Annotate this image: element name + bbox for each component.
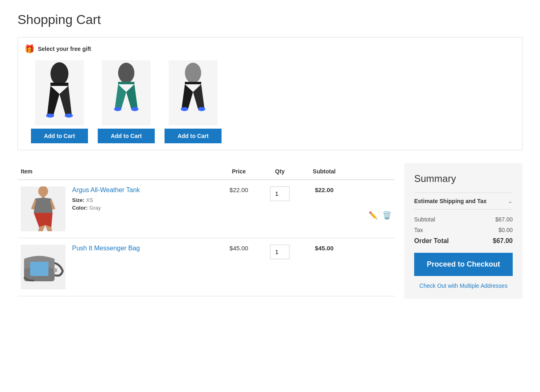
cart-row-1: Argus All-Weather Tank Size:XS Color:Gra… xyxy=(18,180,395,238)
svg-point-4 xyxy=(118,63,134,83)
svg-rect-15 xyxy=(30,262,48,276)
subtotal-row: Subtotal $67.00 xyxy=(414,216,513,223)
subtotal-value: $67.00 xyxy=(495,216,513,223)
multi-address-link[interactable]: Check Out with Multiple Addresses xyxy=(414,283,513,289)
item-image-1 xyxy=(21,186,66,231)
col-header-qty: Qty xyxy=(259,163,301,180)
tax-row: Tax $0.00 xyxy=(414,227,513,233)
cart-row-2: Push It Messenger Bag $45.00 $45.00 xyxy=(18,238,395,296)
svg-point-12 xyxy=(38,186,48,197)
gift-item-3: Add to Cart xyxy=(165,60,222,143)
svg-point-11 xyxy=(198,107,205,111)
gift-icon: 🎁 xyxy=(24,44,35,54)
col-header-item: Item xyxy=(18,163,219,180)
qty-input-2[interactable] xyxy=(270,245,290,259)
svg-rect-16 xyxy=(54,268,57,272)
gift-item-2: Add to Cart xyxy=(98,60,155,143)
bag-svg xyxy=(22,249,65,285)
svg-point-2 xyxy=(46,114,54,118)
add-to-cart-btn-1[interactable]: Add to Cart xyxy=(31,129,88,143)
add-to-cart-btn-2[interactable]: Add to Cart xyxy=(98,129,155,143)
tank-person-svg xyxy=(25,186,61,231)
main-content: Item Price Qty Subtotal xyxy=(18,163,522,299)
estimate-shipping-label: Estimate Shipping and Tax xyxy=(414,198,487,204)
order-total-label: Order Total xyxy=(414,237,449,245)
col-header-price: Price xyxy=(219,163,259,180)
edit-icon[interactable]: ✏️ xyxy=(369,211,378,220)
page-title: Shopping Cart xyxy=(18,12,522,27)
subtotal-label: Subtotal xyxy=(414,216,435,223)
svg-point-7 xyxy=(131,107,138,111)
item-price-2: $45.00 xyxy=(219,238,259,296)
item-subtotal-2: $45.00 xyxy=(301,238,347,296)
svg-point-6 xyxy=(114,107,121,111)
item-subtotal-1: $22.00 xyxy=(301,180,347,238)
add-to-cart-btn-3[interactable]: Add to Cart xyxy=(165,129,222,143)
cart-table-section: Item Price Qty Subtotal xyxy=(18,163,395,299)
tax-value: $0.00 xyxy=(498,227,513,233)
item-image-2 xyxy=(21,245,66,289)
free-gift-header: 🎁 Select your free gift xyxy=(24,44,516,54)
summary-section: Summary Estimate Shipping and Tax ⌄ Subt… xyxy=(404,163,522,299)
cart-item-cell-2: Push It Messenger Bag xyxy=(18,238,219,296)
svg-rect-5 xyxy=(118,82,134,84)
svg-point-10 xyxy=(181,107,188,111)
item-name-1[interactable]: Argus All-Weather Tank xyxy=(72,186,215,194)
item-details-2: Push It Messenger Bag xyxy=(72,245,215,255)
item-attr-size: Size:XS xyxy=(72,197,215,203)
delete-icon[interactable]: 🗑️ xyxy=(382,211,391,220)
page-container: Shopping Cart 🎁 Select your free gift xyxy=(9,0,531,311)
col-header-subtotal: Subtotal xyxy=(301,163,347,180)
item-actions-1: ✏️ 🗑️ xyxy=(348,180,395,238)
svg-rect-9 xyxy=(185,82,201,84)
item-price-1: $22.00 xyxy=(219,180,259,238)
summary-box: Summary Estimate Shipping and Tax ⌄ Subt… xyxy=(404,163,522,299)
item-details-1: Argus All-Weather Tank Size:XS Color:Gra… xyxy=(72,186,215,212)
legging-teal-svg xyxy=(106,61,147,125)
free-gift-label: Select your free gift xyxy=(38,46,91,52)
cart-table: Item Price Qty Subtotal xyxy=(18,163,395,296)
gift-item-image-2 xyxy=(102,60,151,125)
proceed-to-checkout-button[interactable]: Proceed to Checkout xyxy=(414,253,513,276)
svg-rect-1 xyxy=(50,83,68,86)
item-qty-cell-2 xyxy=(259,238,301,296)
item-attr-color: Color:Gray xyxy=(72,205,215,211)
col-header-actions xyxy=(348,163,395,180)
item-actions-2 xyxy=(348,238,395,296)
legging-black-svg xyxy=(39,61,80,125)
qty-input-1[interactable] xyxy=(270,186,290,201)
order-total-row: Order Total $67.00 xyxy=(414,237,513,245)
cart-item-cell-1: Argus All-Weather Tank Size:XS Color:Gra… xyxy=(18,180,219,238)
gift-item-1: Add to Cart xyxy=(31,60,88,143)
item-name-2[interactable]: Push It Messenger Bag xyxy=(72,245,215,252)
free-gift-section: 🎁 Select your free gift xyxy=(18,37,522,150)
free-gift-items: Add to Cart A xyxy=(24,60,516,143)
gift-item-image-3 xyxy=(169,60,217,125)
gift-item-image-1 xyxy=(35,60,84,125)
legging-black2-svg xyxy=(173,61,213,125)
svg-point-3 xyxy=(65,114,73,118)
estimate-shipping-toggle[interactable]: Estimate Shipping and Tax ⌄ xyxy=(414,193,513,210)
svg-point-8 xyxy=(185,63,201,83)
svg-point-0 xyxy=(50,62,68,85)
chevron-down-icon: ⌄ xyxy=(508,198,513,204)
order-total-value: $67.00 xyxy=(493,237,513,245)
summary-title: Summary xyxy=(414,173,513,184)
tax-label: Tax xyxy=(414,227,423,233)
item-qty-cell-1 xyxy=(259,180,301,238)
